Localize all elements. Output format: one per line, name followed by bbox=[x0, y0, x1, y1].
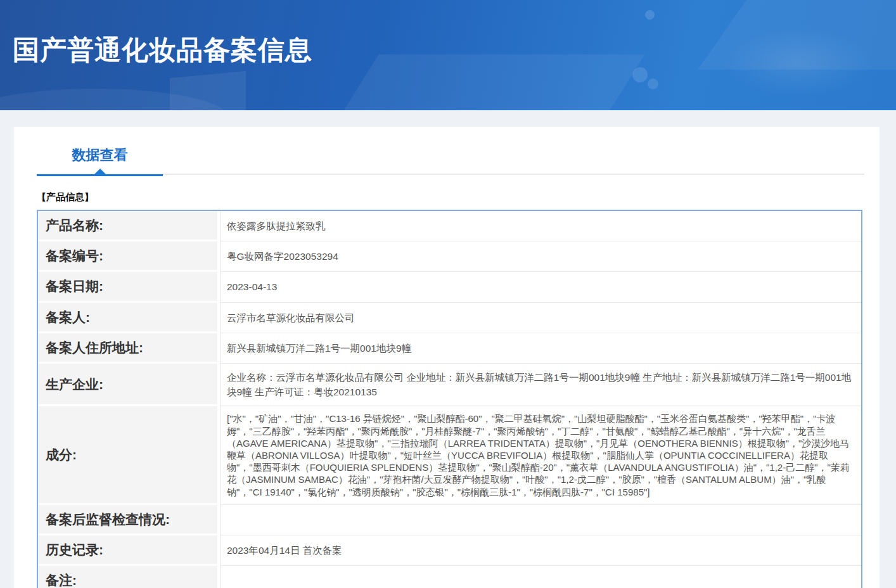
field-label: 备案人: bbox=[38, 303, 220, 333]
banner-decoration-trapezoid bbox=[170, 71, 246, 110]
field-value: 云浮市名草源化妆品有限公司 bbox=[220, 303, 861, 333]
page-header-banner: 国产普通化妆品备案信息 bbox=[0, 0, 896, 110]
field-label: 成分: bbox=[38, 406, 220, 504]
banner-decoration-dot bbox=[648, 79, 658, 89]
content-card: 数据查看 【产品信息】 产品名称: 依姿露多肽提拉紧致乳 备案编号: 粤G妆网备… bbox=[14, 127, 880, 588]
tab-bar: 数据查看 bbox=[37, 146, 864, 175]
banner-decoration-dot bbox=[632, 67, 648, 82]
table-row-remarks: 备注: bbox=[38, 566, 861, 588]
field-label: 生产企业: bbox=[38, 364, 220, 407]
field-label: 备注: bbox=[38, 566, 220, 588]
banner-decoration-dot bbox=[645, 10, 655, 20]
page-title: 国产普通化妆品备案信息 bbox=[13, 37, 312, 63]
banner-decoration-ellipse bbox=[0, 89, 228, 110]
field-label: 备案人住所地址: bbox=[38, 333, 220, 364]
product-info-table: 产品名称: 依姿露多肽提拉紧致乳 备案编号: 粤G妆网备字2023053294 … bbox=[37, 210, 862, 588]
field-label: 备案日期: bbox=[38, 272, 220, 302]
field-value: ["水"，"矿油"，"甘油"，"C13-16 异链烷烃"，"聚山梨醇酯-60"，… bbox=[220, 406, 861, 504]
field-value: 2023-04-13 bbox=[220, 272, 861, 302]
field-label: 产品名称: bbox=[38, 211, 220, 241]
tab-active-arrow-icon bbox=[94, 169, 106, 174]
tab-data-view-label: 数据查看 bbox=[72, 147, 128, 163]
table-row-record-number: 备案编号: 粤G妆网备字2023053294 bbox=[38, 241, 861, 272]
banner-decoration-band bbox=[331, 54, 645, 110]
field-value: 2023年04月14日 首次备案 bbox=[220, 535, 861, 566]
tab-active-underline bbox=[37, 174, 163, 176]
table-row-registrant-address: 备案人住所地址: 新兴县新城镇万洋二路1号一期001地块9幢 bbox=[38, 333, 861, 364]
tab-data-view[interactable]: 数据查看 bbox=[37, 146, 163, 175]
table-row-manufacturer: 生产企业: 企业名称：云浮市名草源化妆品有限公司 企业地址：新兴县新城镇万洋二路… bbox=[38, 364, 861, 407]
field-value: 依姿露多肽提拉紧致乳 bbox=[220, 211, 861, 241]
table-row-supervision-check: 备案后监督检查情况: bbox=[38, 505, 861, 535]
banner-decoration-band bbox=[698, 0, 896, 70]
field-value bbox=[220, 566, 861, 588]
table-row-history: 历史记录: 2023年04月14日 首次备案 bbox=[38, 535, 861, 566]
banner-decoration-ellipse bbox=[722, 28, 874, 98]
section-title-product-info: 【产品信息】 bbox=[37, 191, 864, 203]
field-value: 粤G妆网备字2023053294 bbox=[220, 241, 861, 272]
field-value: 新兴县新城镇万洋二路1号一期001地块9幢 bbox=[220, 333, 861, 364]
field-value bbox=[220, 505, 861, 535]
table-row-ingredients: 成分: ["水"，"矿油"，"甘油"，"C13-16 异链烷烃"，"聚山梨醇酯-… bbox=[38, 406, 861, 504]
field-value: 企业名称：云浮市名草源化妆品有限公司 企业地址：新兴县新城镇万洋二路1号一期00… bbox=[220, 364, 861, 407]
field-label: 备案编号: bbox=[38, 241, 220, 272]
table-row-record-date: 备案日期: 2023-04-13 bbox=[38, 272, 861, 302]
field-label: 历史记录: bbox=[38, 535, 220, 566]
field-label: 备案后监督检查情况: bbox=[38, 505, 220, 535]
table-row-product-name: 产品名称: 依姿露多肽提拉紧致乳 bbox=[38, 211, 861, 241]
table-row-registrant: 备案人: 云浮市名草源化妆品有限公司 bbox=[38, 303, 861, 333]
